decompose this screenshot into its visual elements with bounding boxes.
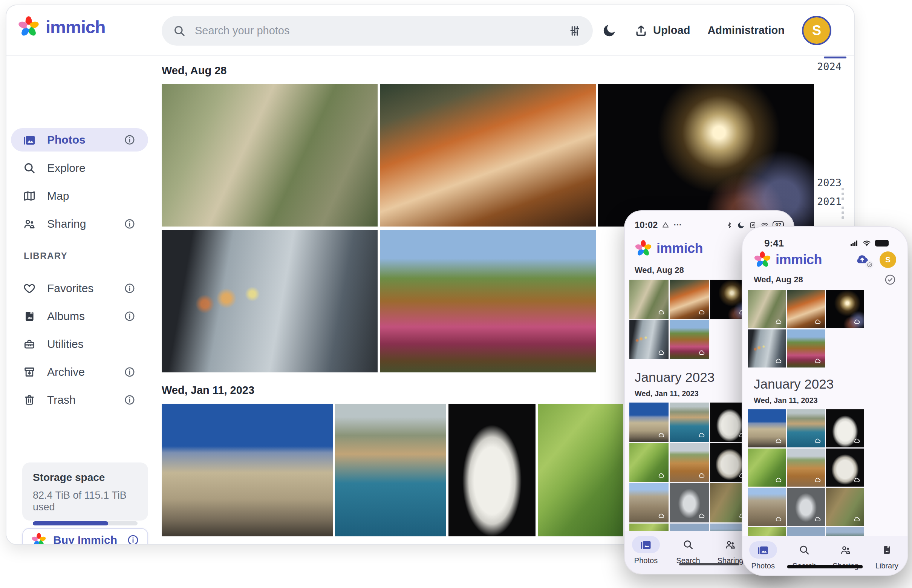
photo-tile[interactable] bbox=[748, 290, 786, 328]
sidebar-item-sharing[interactable]: Sharing bbox=[11, 212, 148, 236]
backup-cloud-button[interactable] bbox=[852, 251, 872, 268]
immich-flower-logo-icon bbox=[31, 533, 46, 545]
photo-tile[interactable] bbox=[449, 404, 536, 536]
photo-tile[interactable] bbox=[380, 84, 596, 226]
brand-wordmark: immich bbox=[776, 252, 822, 268]
sharing-people-icon bbox=[725, 539, 736, 550]
phone2-status-bar: 9:41 bbox=[748, 237, 902, 249]
photo-tile[interactable] bbox=[670, 483, 709, 522]
photo-tile[interactable] bbox=[748, 330, 786, 367]
photo-tile[interactable] bbox=[787, 488, 825, 526]
scrubber-year-label: 2023 bbox=[817, 177, 841, 189]
photo-tile[interactable] bbox=[670, 443, 709, 482]
administration-link[interactable]: Administration bbox=[707, 24, 784, 37]
info-icon[interactable] bbox=[127, 534, 139, 545]
buy-immich-button[interactable]: Buy Immich bbox=[22, 528, 148, 545]
home-indicator bbox=[787, 565, 863, 569]
cloud-sync-icon bbox=[814, 476, 822, 485]
sidebar-item-albums[interactable]: Albums bbox=[11, 305, 148, 328]
cloud-sync-icon bbox=[775, 318, 783, 326]
photo-tile[interactable] bbox=[787, 449, 825, 486]
search-input[interactable]: Search your photos bbox=[162, 16, 593, 45]
photo-tile[interactable] bbox=[787, 409, 825, 447]
cloud-sync-icon bbox=[657, 431, 665, 439]
info-icon[interactable] bbox=[124, 283, 135, 294]
nav-library[interactable]: Library bbox=[867, 541, 908, 570]
sidebar-item-favorites[interactable]: Favorites bbox=[11, 277, 148, 300]
cloud-sync-icon bbox=[814, 318, 822, 326]
user-avatar[interactable]: S bbox=[802, 16, 831, 45]
cloud-sync-icon bbox=[814, 437, 822, 445]
night-mode-icon bbox=[737, 221, 745, 229]
photo-tile[interactable] bbox=[538, 404, 623, 536]
nav-search[interactable]: Search bbox=[667, 536, 709, 565]
nav-photos[interactable]: Photos bbox=[625, 536, 667, 565]
search-icon bbox=[683, 539, 694, 550]
photo-tile[interactable] bbox=[335, 404, 446, 536]
immich-flower-logo-icon bbox=[634, 240, 652, 257]
photo-tile[interactable] bbox=[670, 279, 709, 319]
photo-tile[interactable] bbox=[630, 402, 668, 442]
sidebar-item-utilities[interactable]: Utilities bbox=[11, 333, 148, 356]
info-icon[interactable] bbox=[124, 394, 135, 405]
photo-tile[interactable] bbox=[826, 449, 864, 486]
sharing-people-icon bbox=[23, 218, 36, 230]
select-all-icon[interactable] bbox=[884, 274, 896, 286]
photo-tile[interactable] bbox=[826, 290, 864, 328]
sidebar: Photos Explore Map Sharing LIBRARY Favor… bbox=[6, 56, 162, 544]
sidebar-item-explore[interactable]: Explore bbox=[11, 157, 148, 180]
storage-progress-fill bbox=[33, 521, 108, 525]
photo-tile[interactable] bbox=[787, 330, 825, 367]
app-logo[interactable]: immich bbox=[18, 16, 105, 38]
sidebar-item-photos[interactable]: Photos bbox=[11, 128, 148, 152]
cloud-sync-icon bbox=[697, 431, 706, 439]
photo-tile[interactable] bbox=[598, 84, 814, 226]
sidebar-item-trash[interactable]: Trash bbox=[11, 388, 148, 412]
check-icon bbox=[867, 262, 872, 268]
photo-tile[interactable] bbox=[630, 443, 668, 482]
timeline-date-header: Wed, Aug 28 bbox=[162, 65, 820, 77]
info-icon[interactable] bbox=[124, 134, 135, 145]
photo-tile[interactable] bbox=[162, 404, 333, 536]
info-icon[interactable] bbox=[124, 310, 135, 322]
cloud-sync-icon bbox=[853, 437, 861, 445]
user-avatar[interactable]: S bbox=[880, 251, 896, 268]
cloud-sync-icon bbox=[814, 515, 822, 523]
photo-tile[interactable] bbox=[162, 84, 378, 226]
photo-tile[interactable] bbox=[748, 449, 786, 486]
dark-mode-toggle-icon[interactable] bbox=[602, 23, 617, 38]
map-icon bbox=[23, 190, 36, 202]
info-icon[interactable] bbox=[124, 367, 135, 378]
photo-tile[interactable] bbox=[748, 488, 786, 526]
info-icon[interactable] bbox=[124, 218, 135, 229]
search-icon bbox=[799, 544, 810, 556]
phone2-bottom-nav: Photos Search Sharing Library bbox=[743, 536, 907, 575]
storage-usage-text: 82.4 TiB of 115.1 TiB used bbox=[33, 489, 137, 513]
nav-photos[interactable]: Photos bbox=[743, 541, 784, 570]
library-icon bbox=[881, 544, 893, 556]
photo-tile[interactable] bbox=[630, 483, 668, 522]
photo-tile[interactable] bbox=[787, 290, 825, 328]
photo-tile[interactable] bbox=[380, 230, 596, 372]
battery-icon bbox=[875, 240, 889, 247]
photo-tile[interactable] bbox=[670, 320, 709, 359]
photo-tile[interactable] bbox=[630, 279, 668, 319]
photo-tile[interactable] bbox=[670, 402, 709, 442]
photos-icon bbox=[640, 539, 652, 550]
bluetooth-icon bbox=[725, 221, 733, 229]
cellular-signal-icon bbox=[849, 239, 859, 248]
photo-tile[interactable] bbox=[162, 230, 378, 372]
sidebar-item-archive[interactable]: Archive bbox=[11, 360, 148, 384]
sidebar-item-map[interactable]: Map bbox=[11, 184, 148, 208]
photo-tile[interactable] bbox=[826, 409, 864, 447]
photo-tile[interactable] bbox=[748, 409, 786, 447]
upload-button[interactable]: Upload bbox=[634, 24, 690, 37]
upload-icon bbox=[634, 24, 648, 37]
search-filters-icon[interactable] bbox=[568, 24, 581, 38]
home-indicator bbox=[679, 563, 739, 565]
immich-flower-logo-icon bbox=[18, 16, 40, 38]
photo-tile[interactable] bbox=[630, 320, 668, 359]
cloud-sync-icon bbox=[853, 515, 861, 523]
photo-tile[interactable] bbox=[826, 488, 864, 526]
status-overflow-dots: ··· bbox=[673, 220, 682, 230]
